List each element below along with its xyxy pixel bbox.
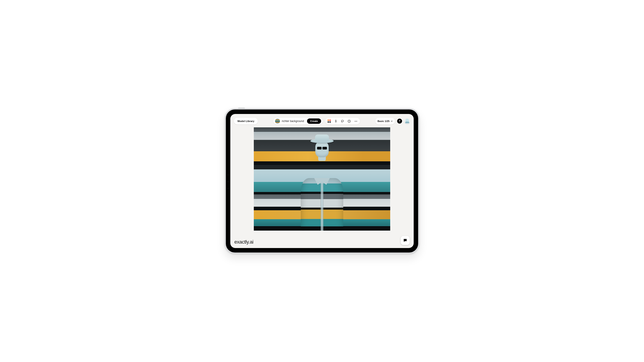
chevron-down-icon: [391, 120, 393, 122]
chat-support-button[interactable]: [401, 236, 410, 245]
canvas-area: [230, 127, 414, 237]
bucket-hat: [310, 134, 334, 144]
tablet-device-frame: Model Library richter background Create: [225, 108, 419, 254]
user-avatar[interactable]: [404, 118, 410, 124]
toolbar-center-cluster: richter background Create: [273, 118, 360, 124]
svg-point-3: [356, 121, 356, 122]
sunglasses-icon: [317, 147, 327, 150]
generated-image[interactable]: [254, 127, 390, 231]
brand-wordmark: exactly.ai: [234, 239, 253, 245]
svg-point-2: [355, 121, 355, 122]
plan-label: Basic 1/25: [378, 120, 390, 122]
artwork-figure: [298, 159, 346, 231]
style-thumbnail[interactable]: [275, 119, 280, 124]
tablet-camera-dots: [228, 181, 229, 182]
prompt-pill: richter background Create: [273, 118, 323, 124]
top-toolbar: Model Library richter background Create: [230, 117, 414, 125]
model-library-label: Model Library: [238, 120, 254, 122]
plan-selector[interactable]: Basic 1/25: [375, 118, 395, 124]
create-button-label: Create: [310, 120, 318, 122]
create-button[interactable]: Create: [307, 118, 321, 124]
prompt-input[interactable]: richter background: [282, 120, 305, 123]
model-library-button[interactable]: Model Library: [234, 118, 258, 124]
toolbar-right-cluster: Basic 1/25 ?: [375, 118, 410, 124]
lasso-tool-icon[interactable]: [341, 119, 344, 123]
svg-point-4: [357, 121, 357, 122]
history-icon[interactable]: [348, 119, 351, 123]
chat-icon: [403, 238, 408, 243]
tablet-bezel: Model Library richter background Create: [226, 109, 418, 253]
pen-tool-icon[interactable]: [334, 119, 338, 123]
help-button[interactable]: ?: [397, 119, 402, 124]
tool-icons-pill: [325, 118, 360, 124]
grid-layout-icon[interactable]: [327, 119, 331, 123]
more-menu-icon[interactable]: [354, 119, 358, 123]
app-screen: Model Library richter background Create: [230, 114, 414, 248]
help-glyph: ?: [399, 120, 400, 123]
